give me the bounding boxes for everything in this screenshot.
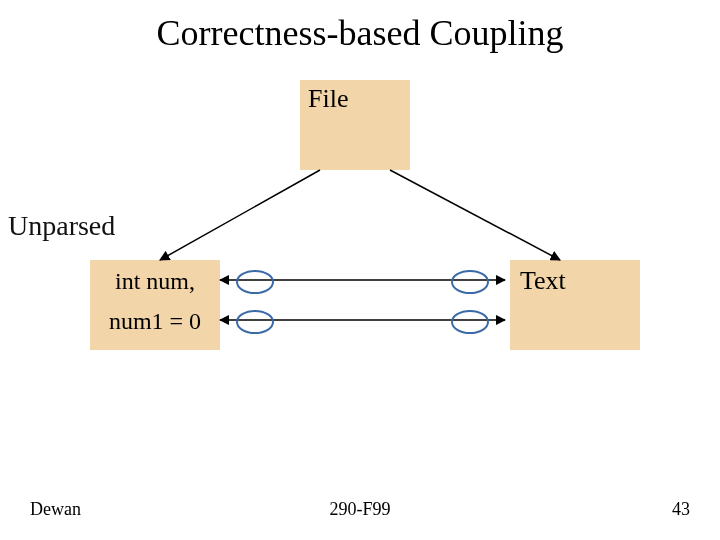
left-box-row2: num1 = 0 (90, 308, 220, 335)
footer-page: 43 (672, 499, 690, 520)
slide-title: Correctness-based Coupling (0, 12, 720, 54)
ellipse-upper-left (237, 271, 273, 293)
arrow-file-to-left (160, 170, 320, 260)
right-box: Text (510, 260, 640, 350)
arrow-file-to-right (390, 170, 560, 260)
unparsed-label: Unparsed (8, 210, 115, 242)
slide: Correctness-based Coupling File Unparsed… (0, 0, 720, 540)
ellipse-lower-left (237, 311, 273, 333)
file-box-label: File (308, 84, 348, 113)
left-box-row1: int num, (90, 268, 220, 295)
right-box-label: Text (520, 266, 566, 295)
ellipse-lower-right (452, 311, 488, 333)
ellipse-upper-right (452, 271, 488, 293)
footer-course: 290-F99 (0, 499, 720, 520)
left-box: int num, num1 = 0 (90, 260, 220, 350)
file-box: File (300, 80, 410, 170)
